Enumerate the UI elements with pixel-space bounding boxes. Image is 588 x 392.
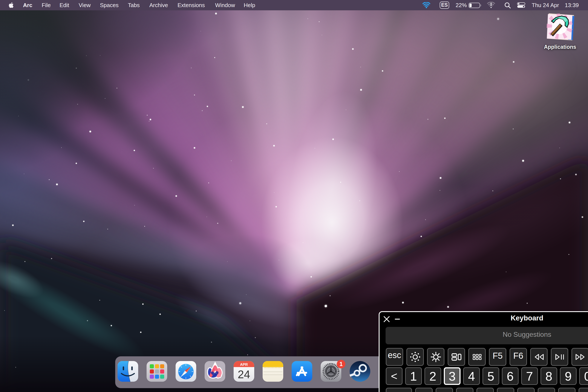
- svg-text:APR: APR: [240, 362, 248, 367]
- svg-text:24: 24: [238, 368, 250, 380]
